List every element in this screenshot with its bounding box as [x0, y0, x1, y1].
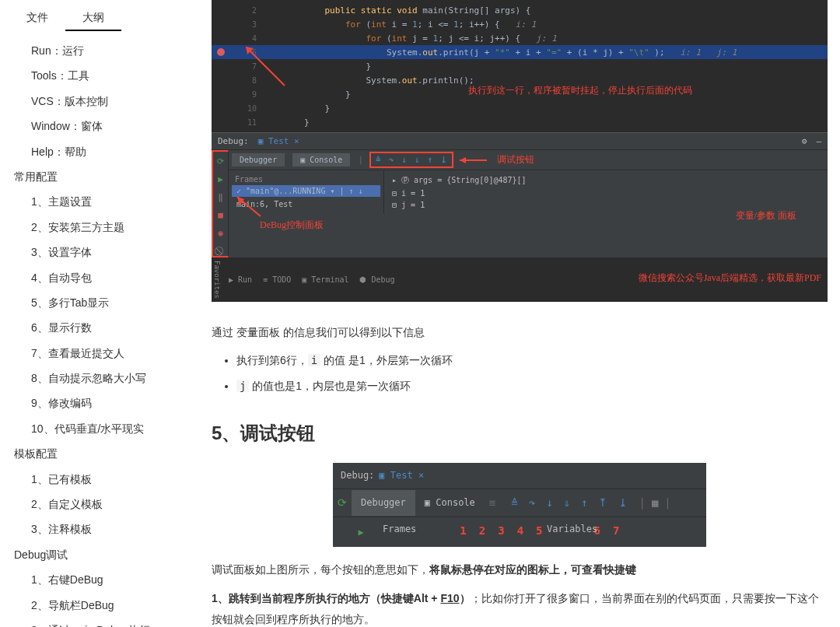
nav-item[interactable]: Help：帮助 — [0, 139, 174, 164]
nav-item[interactable]: 7、查看最近提交人 — [0, 341, 174, 366]
strip-tab: ▣ Test × — [379, 467, 424, 485]
list-item: j 的值也是1，内层也是第一次循环 — [236, 376, 828, 397]
breakpoint-icon[interactable] — [217, 48, 225, 56]
stop-icon[interactable]: ■ — [218, 210, 223, 220]
footer-todo[interactable]: ≡ TODO — [263, 275, 291, 284]
tab-console[interactable]: ▣ Console — [292, 153, 350, 166]
sidebar-tabs: 文件 大纲 — [0, 6, 174, 32]
btn-6[interactable]: ⤒ — [598, 492, 607, 513]
svg-marker-3 — [460, 157, 466, 163]
strip-title: Debug: — [341, 467, 374, 485]
ide-debug-panel: Debug: ▣ Test × ⚙ — ⟳ ▶ ‖ ■ ◉ ⃠ Debugger — [212, 132, 828, 257]
nav-item[interactable]: VCS：版本控制 — [0, 89, 174, 114]
frames-label: Frames — [232, 173, 380, 185]
step-into-icon[interactable]: ↓ — [401, 155, 407, 165]
pause-icon[interactable]: ‖ — [218, 192, 223, 202]
code-line: 3 for (int i = 1; i <= 1; i++) { i: 1 — [212, 17, 828, 31]
footer-run[interactable]: ▶ Run — [229, 275, 252, 284]
nav-item[interactable]: 3、注释模板 — [0, 517, 174, 541]
nav-item[interactable]: 4、自动导包 — [0, 265, 174, 290]
nav-item[interactable]: 5、多行Tab显示 — [0, 290, 174, 315]
nav-item[interactable]: 1、右键DeBug — [0, 567, 174, 592]
arrow-icon — [233, 197, 264, 220]
num-label: 1 — [460, 520, 466, 545]
variables-panel: ▸ ⓟ args = {String[0]@487}[] ⊟ i = 1 ⊟ j… — [384, 170, 828, 214]
code-line: 2 public static void main(String[] args)… — [212, 3, 828, 17]
nav-item[interactable]: 2、自定义模板 — [0, 492, 174, 517]
show-exec-icon[interactable]: ≙ — [376, 155, 381, 165]
nav-item[interactable]: 8、自动提示忽略大小写 — [0, 366, 174, 391]
nav-header[interactable]: Debug调试 — [0, 542, 174, 567]
var-i[interactable]: ⊟ i = 1 — [392, 187, 820, 199]
footer-debug[interactable]: ⬢ Debug — [359, 275, 394, 284]
watermark: 微信搜索公众号Java后端精选，获取最新PDF — [639, 271, 821, 285]
rerun-icon[interactable]: ⟳ — [217, 156, 224, 166]
step-out-icon[interactable]: ↑ — [428, 155, 433, 165]
nav-header[interactable]: 模板配置 — [0, 441, 174, 466]
debug-tab-name[interactable]: ▣ Test × — [258, 136, 299, 146]
btn-2[interactable]: ↷ — [529, 492, 535, 513]
list-item: 执行到第6行，i 的值 是1，外层第一次循环 — [236, 350, 828, 371]
play-icon[interactable]: ▶ — [358, 524, 363, 541]
nav-item[interactable]: 3、通过main Debug执行 — [0, 618, 174, 627]
btn-5[interactable]: ↑ — [581, 492, 587, 513]
btn-4[interactable]: ⇓ — [564, 492, 570, 513]
force-step-icon[interactable]: ⇓ — [415, 155, 420, 165]
resume-icon[interactable]: ▶ — [218, 174, 223, 184]
minus-icon[interactable]: — — [816, 136, 821, 146]
calc-icon[interactable]: ▦ — [646, 492, 664, 513]
frame-thread[interactable]: ✓ "main"@...RUNNING ▾ | ↑ ↓ — [232, 185, 380, 197]
main-content: 2 public static void main(String[] args)… — [174, 0, 840, 627]
tab-file[interactable]: 文件 — [9, 6, 65, 31]
num-label: 4 — [517, 520, 523, 545]
paragraph: 通过 变量面板 的信息我们可以得到以下信息 — [212, 322, 828, 343]
tab-console[interactable]: ▣ Console — [415, 490, 485, 516]
svg-line-0 — [246, 47, 285, 86]
nav-item[interactable]: 3、设置字体 — [0, 240, 174, 264]
nav-item[interactable]: 2、安装第三方主题 — [0, 215, 174, 240]
nav-item[interactable]: 1、主题设置 — [0, 189, 174, 214]
nav-item[interactable]: 6、显示行数 — [0, 315, 174, 340]
footer-terminal[interactable]: ▣ Terminal — [302, 275, 348, 284]
rerun-icon[interactable]: ⟳ — [338, 492, 347, 513]
nav-item[interactable]: Window：窗体 — [0, 114, 174, 138]
nav-item[interactable]: 9、修改编码 — [0, 391, 174, 415]
tab-debugger[interactable]: Debugger — [232, 153, 285, 166]
num-label: 5Variables — [536, 520, 542, 545]
btn-3[interactable]: ↓ — [546, 492, 552, 513]
nav-header[interactable]: 常用配置 — [0, 164, 174, 189]
step-over-icon[interactable]: ↷ — [389, 155, 394, 165]
tab-outline[interactable]: 大纲 — [65, 6, 121, 31]
gear-icon[interactable]: ⚙ — [802, 136, 807, 146]
annotation-code: 执行到这一行，程序被暂时挂起，停止执行后面的代码 — [468, 84, 692, 97]
btn-1[interactable]: ≙ — [511, 492, 517, 513]
code-line: 11 } — [212, 115, 828, 129]
btn-7[interactable]: ⤓ — [618, 492, 628, 513]
run-cursor-icon[interactable]: ⤓ — [440, 155, 447, 165]
article-body: 通过 变量面板 的信息我们可以得到以下信息 执行到第6行，i 的值 是1，外层第… — [212, 302, 828, 627]
breakpoints-icon[interactable]: ◉ — [218, 228, 223, 238]
nav-item[interactable]: Run：运行 — [0, 38, 174, 63]
paragraph: 调试面板如上图所示，每个按钮的意思如下，将鼠标悬停在对应的图标上，可查看快捷键 — [212, 559, 828, 580]
section-heading: 5、调试按钮 — [212, 415, 828, 451]
code-line: 4 for (int j = 1; j <= i; j++) { j: 1 — [212, 31, 828, 45]
arrow-icon — [460, 156, 491, 165]
code-line: 6 System.out.print(j + "*" + i + "=" + (… — [212, 45, 828, 59]
nav-item[interactable]: 2、导航栏DeBug — [0, 593, 174, 618]
nav-item[interactable]: 10、代码垂直/水平现实 — [0, 416, 174, 441]
nav-item[interactable]: 1、已有模板 — [0, 467, 174, 492]
debug-toolbar-figure: Debug: ▣ Test × ⟳ Debugger ▣ Console ≡ ≙… — [333, 463, 706, 547]
var-args[interactable]: ▸ ⓟ args = {String[0]@487}[] — [392, 173, 820, 187]
num-label: 3 — [498, 520, 504, 545]
sidebar: 文件 大纲 Run：运行Tools：工具VCS：版本控制Window：窗体Hel… — [0, 0, 174, 627]
favorites-label[interactable]: Favorites — [212, 257, 222, 302]
debug-title: Debug: — [218, 136, 249, 146]
frames-label: Frames — [383, 520, 416, 545]
annotation-buttons: 调试按钮 — [497, 153, 534, 166]
debug-side-toolbar: ⟳ ▶ ‖ ■ ◉ ⃠ — [212, 150, 229, 257]
tab-debugger[interactable]: Debugger — [352, 490, 415, 516]
code-line: 10 } — [212, 101, 828, 115]
num-label: 7 — [613, 520, 619, 545]
nav-item[interactable]: Tools：工具 — [0, 63, 174, 88]
paragraph: 1、跳转到当前程序所执行的地方（快捷键Alt + F10）；比如你打开了很多窗口… — [212, 588, 828, 627]
